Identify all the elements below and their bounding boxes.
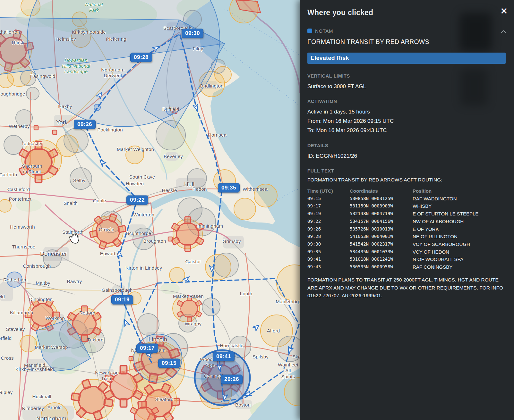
route-point-row: 09:28541053N 0004001WNE OF RILLINGTON xyxy=(307,233,506,240)
notam-type-label: NOTAM xyxy=(315,28,333,34)
route-point-row: 09:15530858N 0003125WRAF WADDINGTON xyxy=(307,195,506,203)
full-text-note: FORMATION PLANS TO TRANSIT AT 250-2000FT… xyxy=(307,276,506,300)
route-point-row: 09:41531018N 0001241WN OF WOODHALL SPA xyxy=(307,256,506,263)
route-position: NE OF RILLINGTON xyxy=(413,233,506,240)
route-coordinates: 530858N 0003125W xyxy=(350,195,413,203)
route-position: N OF WOODHALL SPA xyxy=(413,256,506,263)
route-coordinates: 541053N 0004001W xyxy=(350,233,413,240)
route-time: 09:15 xyxy=(307,195,350,203)
route-point-row: 09:22534157N 0004156WNW OF ALKBOROUGH xyxy=(307,218,506,225)
route-point-row: 09:35534435N 0001033WVCY OF HEDON xyxy=(307,248,506,256)
route-coordinates: 535726N 0010013W xyxy=(350,225,413,233)
route-point-row: 09:17531159N 0003903WWHISBY xyxy=(307,202,506,210)
route-coordinates: 534157N 0004156W xyxy=(350,218,413,225)
detail-panel: Where you clicked ✕ NOTAM FORMATION TRAN… xyxy=(300,0,514,420)
route-position: RAF CONINGSBY xyxy=(413,263,506,271)
details-id: ID: EGGN/H1021/26 xyxy=(307,151,506,161)
route-time: 09:17 xyxy=(307,202,350,210)
vertical-limits-heading: VERTICAL LIMITS xyxy=(307,73,506,79)
route-table: Time (UTC)CoordinatesPosition 09:1553085… xyxy=(307,187,506,271)
route-time: 09:26 xyxy=(307,225,350,233)
route-position: E OF YORK xyxy=(413,225,506,233)
activation-from: From: Mon 16 Mar 2026 09:15 UTC xyxy=(307,116,506,126)
route-time: 09:22 xyxy=(307,218,350,225)
route-table-body: 09:15530858N 0003125WRAF WADDINGTON09:17… xyxy=(307,195,506,271)
details-heading: DETAILS xyxy=(307,143,506,148)
route-point-row: 09:30541542N 0002317WVCY OF SCARBOROUGH xyxy=(307,240,506,248)
route-position: WHISBY xyxy=(413,202,506,210)
chevron-up-icon[interactable] xyxy=(501,29,506,35)
route-coordinates: 532148N 0004719W xyxy=(350,210,413,218)
notam-title: FORMATION TRANSIT BY RED ARROWS xyxy=(307,38,506,46)
route-position: VCY OF HEDON xyxy=(413,248,506,256)
route-point-row: 09:19532148N 0004719WE OF STURTON LE STE… xyxy=(307,210,506,218)
route-coordinates: 531018N 0001241W xyxy=(350,256,413,263)
activation-to: To: Mon 16 Mar 2026 09:43 UTC xyxy=(307,126,506,135)
route-coordinates: 541542N 0002317W xyxy=(350,240,413,248)
route-table-col-header: Coordinates xyxy=(350,187,413,195)
full-text-heading: FULL TEXT xyxy=(307,168,506,173)
close-icon[interactable]: ✕ xyxy=(500,7,508,16)
risk-banner: Elevated Risk xyxy=(307,53,506,64)
vertical-limits-value: Surface to 3000 FT AGL xyxy=(307,82,506,91)
route-time: 09:43 xyxy=(307,263,350,271)
route-position: NW OF ALKBOROUGH xyxy=(413,218,506,225)
route-time: 09:28 xyxy=(307,233,350,240)
panel-title: Where you clicked xyxy=(307,8,506,17)
route-coordinates: 534435N 0001033W xyxy=(350,248,413,256)
route-table-header: Time (UTC)CoordinatesPosition xyxy=(307,187,506,195)
route-time: 09:19 xyxy=(307,210,350,218)
route-table-col-header: Position xyxy=(413,187,506,195)
map-canvas[interactable]: NorthallertonNational ParkKirkbymoorside… xyxy=(0,0,300,420)
route-point-row: 09:26535726N 0010013WE OF YORK xyxy=(307,225,506,233)
route-position: VCY OF SCARBOROUGH xyxy=(413,240,506,248)
route-time: 09:35 xyxy=(307,248,350,256)
route-time: 09:41 xyxy=(307,256,350,263)
map-artwork xyxy=(0,0,300,420)
route-table-col-header: Time (UTC) xyxy=(307,187,350,195)
activation-heading: ACTIVATION xyxy=(307,99,506,104)
notam-dot-icon xyxy=(307,29,312,33)
route-position: RAF WADDINGTON xyxy=(413,195,506,203)
activation-active-in: Active in 1 days, 15 hours xyxy=(307,107,506,116)
route-position: E OF STURTON LE STEEPLE xyxy=(413,210,506,218)
route-point-row: 09:43530535N 0000958WRAF CONINGSBY xyxy=(307,263,506,271)
full-text-intro: FORMATION TRANSIT BY RED ARROWS ACFT ROU… xyxy=(307,177,506,183)
notam-type-row: NOTAM xyxy=(307,28,506,34)
route-time: 09:30 xyxy=(307,240,350,248)
route-coordinates: 531159N 0003903W xyxy=(350,202,413,210)
route-coordinates: 530535N 0000958W xyxy=(350,263,413,271)
